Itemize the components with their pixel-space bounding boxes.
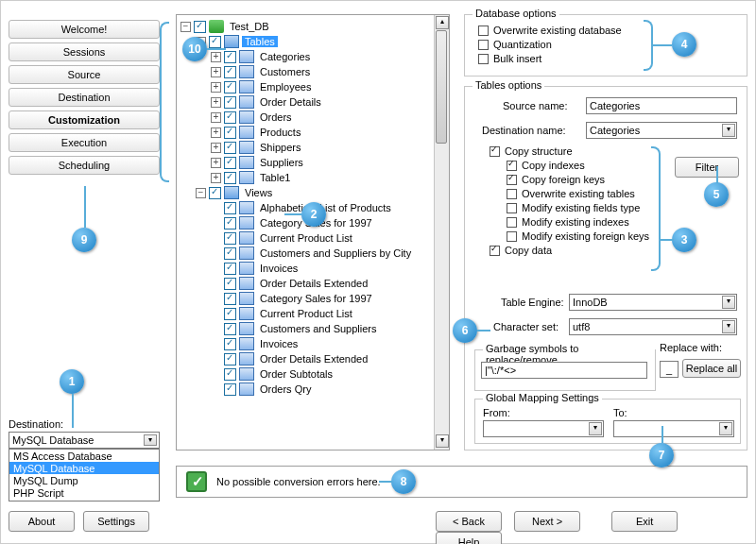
tree-expander[interactable]: + <box>211 112 221 123</box>
tree-view-item[interactable]: Orders Qry <box>257 383 314 395</box>
tree-view-item[interactable]: Order Subtotals <box>257 368 335 380</box>
overwrite-db-check[interactable]: Overwrite existing database <box>478 25 747 36</box>
tree-check[interactable] <box>224 81 236 94</box>
nav-execution[interactable]: Execution <box>9 133 160 152</box>
destination-combo[interactable]: MySQL Database ▾ <box>9 432 160 449</box>
map-from-combo[interactable]: ▾ <box>483 420 604 437</box>
dest-opt-0[interactable]: MS Access Database <box>9 450 159 462</box>
nav-customization[interactable]: Customization <box>9 110 160 129</box>
tree-check[interactable] <box>224 51 236 63</box>
tree-expander[interactable]: + <box>211 143 221 153</box>
garbage-symbols-field[interactable]: |"\:/*<> <box>481 362 647 379</box>
chevron-down-icon[interactable]: ▾ <box>722 296 735 309</box>
charset-combo[interactable]: utf8 ▾ <box>569 318 737 335</box>
tree-check[interactable] <box>224 368 236 381</box>
tree-check[interactable] <box>224 383 236 396</box>
tree-view-item[interactable]: Customers and Suppliers <box>257 323 380 334</box>
back-button[interactable]: < Back <box>436 511 502 532</box>
tree-check[interactable] <box>224 232 236 245</box>
chevron-down-icon[interactable]: ▾ <box>722 124 735 137</box>
scroll-thumb[interactable] <box>436 30 447 144</box>
scroll-down-icon[interactable]: ▾ <box>436 434 449 448</box>
tree-view-item[interactable]: Invoices <box>257 263 301 274</box>
object-tree[interactable]: − Test_DB − Tables +Categories+Customers… <box>176 14 450 450</box>
tree-db-name[interactable]: Test_DB <box>227 21 272 32</box>
tree-views-folder[interactable]: Views <box>242 187 275 198</box>
chevron-down-icon[interactable]: ▾ <box>722 320 735 333</box>
tree-table-item[interactable]: Shippers <box>257 142 303 153</box>
tree-table-item[interactable]: Order Details <box>257 96 324 108</box>
tree-table-item[interactable]: Orders <box>257 111 295 123</box>
tree-view-item[interactable]: Customers and Suppliers by City <box>257 247 414 259</box>
modify-fk-check[interactable]: Modify existing foreign keys <box>507 230 649 242</box>
tree-check[interactable] <box>224 142 236 154</box>
settings-button[interactable]: Settings <box>83 511 149 532</box>
destination-dropdown-list[interactable]: MS Access Database MySQL Database MySQL … <box>9 449 160 502</box>
tree-table-item[interactable]: Categories <box>257 51 313 62</box>
tree-view-item[interactable]: Order Details Extended <box>257 278 370 289</box>
next-button[interactable]: Next > <box>514 511 580 532</box>
tree-expander[interactable]: + <box>211 173 221 183</box>
tree-check[interactable] <box>224 96 236 109</box>
help-button[interactable]: Help <box>436 532 502 544</box>
tree-check[interactable] <box>224 157 236 169</box>
about-button[interactable]: About <box>9 511 75 532</box>
tree-view-item[interactable]: Order Details Extended <box>257 353 370 365</box>
table-engine-combo[interactable]: InnoDB ▾ <box>569 294 737 311</box>
tree-table-item[interactable]: Suppliers <box>257 157 306 168</box>
tree-check[interactable] <box>224 217 236 230</box>
tree-check[interactable] <box>224 323 236 335</box>
tree-expander[interactable]: + <box>211 82 221 93</box>
tree-check[interactable] <box>224 293 236 305</box>
tree-tables-folder[interactable]: Tables <box>242 36 278 47</box>
tree-check[interactable] <box>224 278 236 290</box>
dest-opt-2[interactable]: MySQL Dump <box>9 474 159 486</box>
quantization-check[interactable]: Quantization <box>478 39 747 50</box>
nav-welcome[interactable]: Welcome! <box>9 20 160 39</box>
nav-destination[interactable]: Destination <box>9 88 160 107</box>
scroll-up-icon[interactable]: ▴ <box>436 16 449 29</box>
tree-check[interactable] <box>194 21 206 33</box>
tree-view-item[interactable]: Invoices <box>257 338 301 349</box>
tree-check[interactable] <box>209 187 221 199</box>
tree-view-item[interactable]: Current Product List <box>257 308 355 319</box>
tree-expander[interactable]: + <box>211 158 221 168</box>
copy-structure-check[interactable]: Copy structure <box>490 145 649 157</box>
tree-expander[interactable]: + <box>211 97 221 108</box>
tree-expander[interactable]: − <box>180 22 191 32</box>
copy-data-check[interactable]: Copy data <box>490 245 649 256</box>
tree-check[interactable] <box>224 247 236 260</box>
tree-expander[interactable]: − <box>196 188 206 198</box>
tree-check[interactable] <box>209 36 221 48</box>
tree-check[interactable] <box>224 202 236 214</box>
bulk-insert-check[interactable]: Bulk insert <box>478 53 747 64</box>
tree-table-item[interactable]: Products <box>257 127 303 138</box>
tree-view-item[interactable]: Current Product List <box>257 232 355 244</box>
chevron-down-icon[interactable]: ▾ <box>589 422 602 435</box>
chevron-down-icon[interactable]: ▾ <box>144 434 157 446</box>
nav-source[interactable]: Source <box>9 65 160 84</box>
dest-opt-3[interactable]: PHP Script <box>9 486 159 499</box>
nav-scheduling[interactable]: Scheduling <box>9 156 160 175</box>
replace-with-field[interactable]: _ <box>660 361 679 378</box>
tree-view-item[interactable]: Category Sales for 1997 <box>257 293 375 304</box>
modify-indexes-check[interactable]: Modify existing indexes <box>507 216 649 228</box>
copy-indexes-check[interactable]: Copy indexes <box>507 160 649 171</box>
copy-fk-check[interactable]: Copy foreign keys <box>507 174 649 185</box>
tree-check[interactable] <box>224 338 236 350</box>
tree-expander[interactable]: + <box>211 52 221 62</box>
tree-table-item[interactable]: Employees <box>257 81 314 93</box>
tree-check[interactable] <box>224 308 236 320</box>
tree-check[interactable] <box>224 66 236 78</box>
exit-button[interactable]: Exit <box>611 511 678 532</box>
tree-check[interactable] <box>224 172 236 184</box>
tree-check[interactable] <box>224 353 236 366</box>
dest-name-combo[interactable]: Categories ▾ <box>586 122 737 139</box>
tree-check[interactable] <box>224 127 236 139</box>
nav-sessions[interactable]: Sessions <box>9 42 160 61</box>
tree-table-item[interactable]: Table1 <box>257 172 293 183</box>
chevron-down-icon[interactable]: ▾ <box>719 422 732 435</box>
filter-button[interactable]: Filter <box>675 157 739 178</box>
map-to-combo[interactable]: ▾ <box>613 420 734 437</box>
replace-all-button[interactable]: Replace all <box>682 359 741 378</box>
